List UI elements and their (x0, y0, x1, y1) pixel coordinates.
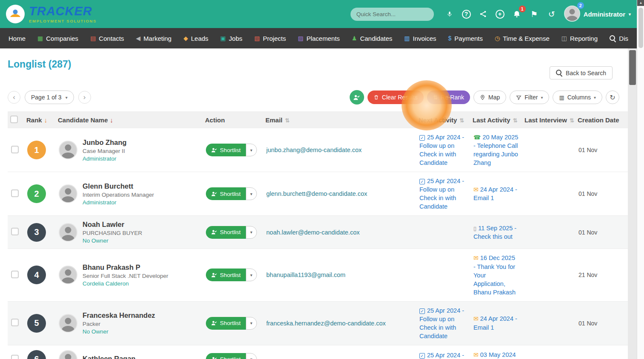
candidate-name-link[interactable]: Junbo Zhang (83, 139, 127, 147)
candidate-email-link[interactable]: junbo.zhang@demo-candidate.cox (266, 147, 362, 153)
row-checkbox[interactable] (11, 146, 19, 153)
quick-search-input[interactable] (356, 11, 428, 17)
nav-item-discover[interactable]: Dis (604, 28, 634, 48)
candidate-name-link[interactable]: Noah Lawler (83, 220, 142, 229)
candidate-name-link[interactable]: Kathleen Ragan (83, 355, 136, 359)
shortlist-dropdown-toggle[interactable]: ▾ (246, 353, 257, 359)
nav-item-reporting[interactable]: ◫Reporting (556, 28, 604, 48)
row-checkbox[interactable] (11, 228, 19, 235)
candidate-avatar[interactable] (59, 266, 77, 284)
row-checkbox[interactable] (11, 355, 19, 359)
nav-item-companies[interactable]: ▦Companies (31, 28, 84, 48)
map-button[interactable]: Map (473, 90, 506, 104)
clear-results-button[interactable]: Clear Results (368, 90, 424, 104)
row-checkbox[interactable] (11, 189, 19, 197)
next-page-button[interactable]: › (78, 91, 91, 104)
page-select[interactable]: Page 1 of 3 ▾ (25, 90, 74, 104)
candidate-owner-link[interactable]: No Owner (83, 237, 142, 244)
next-activity[interactable]: ✓25 Apr 2024 - Follow up on (419, 352, 464, 359)
select-all-checkbox[interactable] (10, 116, 18, 123)
nav-item-contacts[interactable]: ▤Contacts (84, 28, 130, 48)
candidate-avatar[interactable] (59, 350, 77, 359)
shortlist-button[interactable]: Shortlist (206, 353, 246, 359)
candidate-owner-link[interactable]: Administrator (83, 199, 154, 206)
browser-scrollbar-thumb[interactable] (638, 8, 643, 48)
nav-item-marketing[interactable]: ◀Marketing (130, 28, 178, 48)
nav-item-time-expense[interactable]: ◷Time & Expense (489, 28, 556, 48)
candidate-name-link[interactable]: Glenn Burchett (83, 182, 154, 190)
user-menu[interactable]: 2 Administrator ▾ (564, 6, 631, 23)
candidate-avatar[interactable] (59, 314, 77, 333)
add-icon[interactable]: + (496, 10, 504, 19)
shortlist-dropdown-toggle[interactable]: ▾ (246, 144, 257, 156)
nav-item-payments[interactable]: $Payments (442, 28, 489, 48)
shortlist-button[interactable]: Shortlist (206, 317, 246, 330)
col-header-next-activity[interactable]: Next Activity (419, 116, 457, 124)
candidate-owner-link[interactable]: Cordelia Calderon (83, 280, 168, 287)
nav-item-invoices[interactable]: ▥Invoices (398, 28, 442, 48)
row-checkbox[interactable] (11, 319, 19, 326)
refresh-button[interactable]: ↻ (606, 90, 619, 104)
help-icon[interactable]: ? (462, 10, 471, 19)
shortlist-dropdown-toggle[interactable]: ▾ (246, 269, 257, 281)
last-activity-link[interactable]: 24 Apr 2024 - Email 1 (473, 186, 517, 201)
candidate-owner-link[interactable]: No Owner (83, 328, 155, 335)
next-activity[interactable]: ✓25 Apr 2024 - Follow up on Check in wit… (419, 178, 464, 210)
prev-page-button[interactable]: ‹ (8, 91, 20, 104)
sort-icon[interactable]: ⇅ (513, 117, 518, 124)
history-icon[interactable]: ↺ (547, 9, 557, 19)
row-checkbox[interactable] (11, 271, 19, 278)
sort-icon[interactable]: ⇅ (285, 117, 290, 124)
filter-button[interactable]: Filter ▾ (510, 90, 549, 104)
microphone-icon[interactable] (445, 9, 455, 19)
candidate-email-link[interactable]: glenn.burchett@demo-candidate.cox (266, 190, 367, 197)
col-header-last-interview[interactable]: Last Interview (524, 116, 567, 124)
app-logo[interactable]: TRACKER EMPLOYMENT SOLUTIONS (6, 5, 97, 23)
shortlist-button[interactable]: Shortlist (206, 187, 246, 200)
shortlist-button[interactable]: Shortlist (206, 269, 246, 281)
nav-item-leads[interactable]: ◆Leads (177, 28, 214, 48)
shortlist-button[interactable]: Shortlist (206, 144, 246, 156)
sort-desc-icon[interactable]: ↓ (44, 116, 48, 124)
col-header-candidate-name[interactable]: Candidate Name (58, 116, 108, 124)
last-activity-link[interactable]: 16 Dec 2025 - Thank You for Your Applica… (473, 254, 516, 295)
next-activity[interactable]: ✓25 Apr 2024 - Follow up on Check in wit… (419, 307, 464, 339)
share-icon[interactable] (478, 9, 488, 19)
candidate-owner-link[interactable]: Administrator (83, 155, 127, 162)
shortlist-button[interactable]: Shortlist (206, 226, 246, 239)
candidate-email-link[interactable]: franceska.hernandez@demo-candidate.cox (266, 320, 386, 327)
flag-icon[interactable]: ⚑ (529, 9, 539, 19)
nav-item-candidates[interactable]: ♟Candidates (346, 28, 398, 48)
sort-icon[interactable]: ⇅ (570, 117, 574, 124)
candidate-name-link[interactable]: Bhanu Prakash P (83, 263, 168, 271)
candidate-avatar[interactable] (59, 223, 77, 242)
col-header-creation-date[interactable]: Creation Date (578, 116, 619, 124)
sort-icon[interactable]: ⇅ (459, 117, 464, 124)
nav-item-placements[interactable]: ▨Placements (292, 28, 346, 48)
browser-scrollbar[interactable]: ▲ (637, 0, 644, 359)
last-activity-link[interactable]: 11 Sep 2025 - Check this out (473, 225, 516, 240)
page-scrollbar-thumb[interactable] (629, 50, 636, 85)
candidate-avatar[interactable] (59, 184, 77, 203)
columns-button[interactable]: ▥ Columns ▾ (553, 90, 602, 104)
back-to-search-button[interactable]: Back to Search (550, 66, 613, 79)
sort-desc-icon[interactable]: ↓ (110, 116, 114, 124)
candidate-name-link[interactable]: Franceska Hernandez (83, 311, 155, 319)
rerank-button[interactable]: ⇅ Re-Rank (427, 90, 470, 104)
shortlist-all-button[interactable] (350, 90, 364, 105)
shortlist-dropdown-toggle[interactable]: ▾ (246, 226, 257, 239)
candidate-avatar[interactable] (59, 141, 77, 159)
col-header-last-activity[interactable]: Last Activity (473, 116, 510, 124)
col-header-rank[interactable]: Rank (26, 116, 42, 124)
shortlist-dropdown-toggle[interactable]: ▾ (246, 187, 257, 200)
last-activity-link[interactable]: 24 Apr 2024 - Email 1 (473, 315, 517, 331)
last-activity-link[interactable]: 03 May 2024 - (473, 351, 516, 359)
shortlist-dropdown-toggle[interactable]: ▾ (246, 317, 257, 330)
nav-item-jobs[interactable]: ▣Jobs (214, 28, 248, 48)
candidate-email-link[interactable]: bhanupailla1193@gmail.com (266, 271, 345, 278)
nav-item-home[interactable]: Home (3, 28, 31, 48)
scroll-up-arrow[interactable]: ▲ (637, 0, 644, 6)
notifications-icon[interactable]: 1 (512, 9, 522, 19)
candidate-email-link[interactable]: noah.lawler@demo-candidate.cox (266, 229, 359, 236)
next-activity[interactable]: ✓25 Apr 2024 - Follow up on Check in wit… (419, 134, 464, 166)
